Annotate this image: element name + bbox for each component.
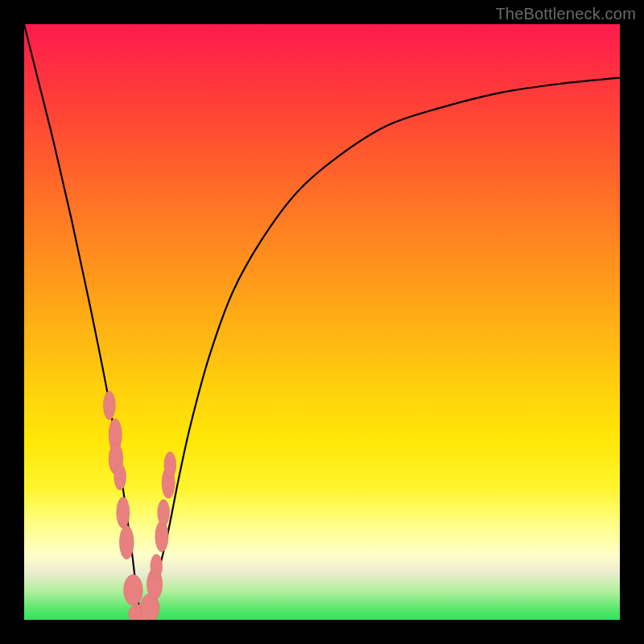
data-marker	[114, 464, 126, 490]
chart-frame: TheBottleneck.com	[0, 0, 644, 644]
data-marker	[151, 555, 163, 579]
data-marker	[158, 500, 170, 526]
data-marker	[124, 575, 143, 605]
watermark-text: TheBottleneck.com	[495, 5, 636, 23]
data-marker	[103, 391, 115, 420]
bottleneck-curve	[24, 24, 620, 620]
data-marker	[119, 526, 134, 559]
curve-layer	[24, 24, 620, 620]
data-marker	[117, 497, 130, 528]
data-marker	[164, 452, 176, 478]
data-marker	[155, 521, 168, 551]
marker-group	[103, 391, 175, 620]
plot-area	[24, 24, 620, 620]
